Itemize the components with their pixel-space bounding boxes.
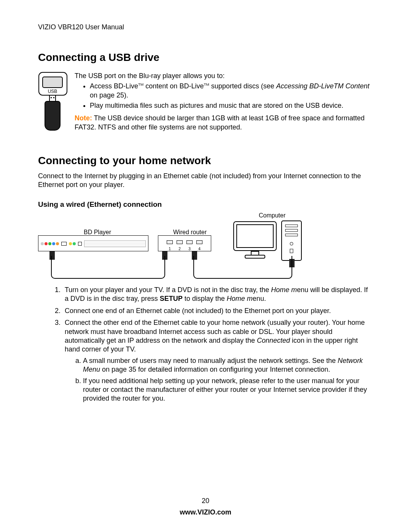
svg-rect-1 xyxy=(43,77,62,88)
svg-point-13 xyxy=(290,242,293,245)
doc-header: VIZIO VBR120 User Manual xyxy=(38,23,373,32)
svg-rect-7 xyxy=(251,251,259,255)
step-2: Connect one end of an Ethernet cable (no… xyxy=(62,307,373,315)
svg-rect-6 xyxy=(237,225,273,248)
svg-rect-2 xyxy=(49,95,56,101)
step-3: Connect the other end of the Ethernet ca… xyxy=(62,318,373,403)
usb-drive-icon: USB xyxy=(38,72,68,135)
cable-router-computer xyxy=(193,256,292,279)
usb-note: Note: The USB device should be larger th… xyxy=(75,114,373,132)
bd-player-icon xyxy=(38,235,148,251)
usb-bullet-1: Access BD-LiveTM content on BD-LiveTM su… xyxy=(90,82,373,100)
step-3b: If you need additional help setting up y… xyxy=(83,377,373,403)
usb-section: USB The USB port on the Blu-ray player a… xyxy=(38,72,373,135)
svg-rect-14 xyxy=(290,249,293,253)
router-icon: 1234 xyxy=(158,235,211,251)
network-intro: Connect to the Internet by plugging in a… xyxy=(38,172,373,190)
usb-intro: The USB port on the Blu-ray player allow… xyxy=(75,72,373,80)
heading-usb: Connecting a USB drive xyxy=(38,51,373,64)
step-3a: A small number of users may need to manu… xyxy=(83,356,373,374)
svg-rect-3 xyxy=(51,97,52,98)
page-footer: 20 www.VIZIO.com xyxy=(0,497,411,517)
usb-port-label: USB xyxy=(48,89,57,94)
svg-rect-4 xyxy=(53,97,54,98)
network-diagram: Computer BD Player Wired router 1234 xyxy=(38,213,327,279)
page-number: 20 xyxy=(0,497,411,505)
svg-rect-10 xyxy=(285,225,298,227)
usb-bullet-2: Play multimedia files such as pictures a… xyxy=(90,101,373,110)
subheading-wired: Using a wired (Ethernet) connection xyxy=(38,200,373,209)
cable-bd-router xyxy=(51,256,165,279)
step-1: Turn on your player and your TV. If a DV… xyxy=(62,286,373,304)
svg-rect-12 xyxy=(285,234,298,236)
heading-network: Connecting to your home network xyxy=(38,154,373,168)
svg-rect-11 xyxy=(285,229,298,232)
footer-url: www.VIZIO.com xyxy=(0,508,411,517)
label-computer: Computer xyxy=(259,212,285,220)
